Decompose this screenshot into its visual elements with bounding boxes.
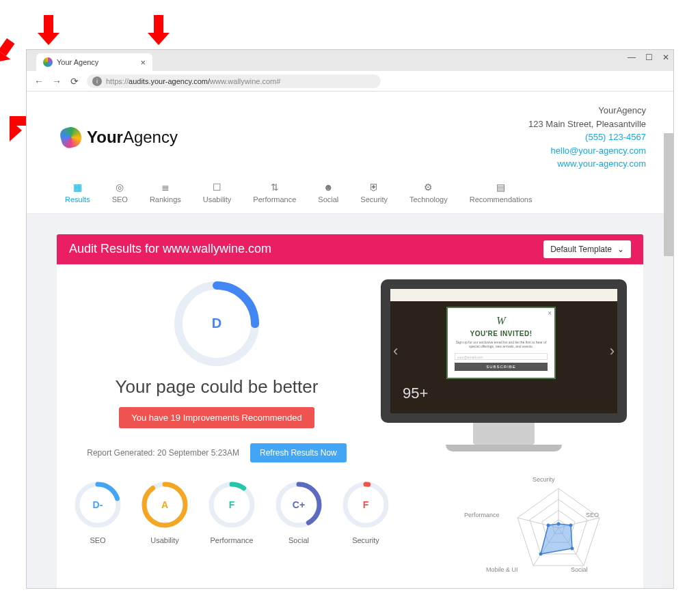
- radar-axis-label: Social: [571, 566, 588, 573]
- tab-label: Recommendations: [470, 195, 533, 204]
- rankings-icon: ≣: [160, 182, 171, 193]
- popup-body: Sign up for our exclusive email list and…: [455, 340, 548, 349]
- grade-ring: F: [207, 480, 256, 529]
- site-info-icon[interactable]: i: [92, 76, 102, 86]
- tab-seo[interactable]: ◎SEO: [112, 182, 128, 204]
- category-security: FSecurity: [341, 480, 390, 544]
- tab-rankings[interactable]: ≣Rankings: [150, 182, 181, 204]
- grade-letter: F: [341, 480, 390, 529]
- template-dropdown[interactable]: Default Template ⌄: [543, 240, 631, 258]
- score-headline: Your page could be better: [73, 376, 360, 398]
- seo-icon: ◎: [114, 182, 125, 193]
- address-bar[interactable]: i https://audits.your-agency.com/www.wal…: [87, 74, 381, 88]
- security-icon: ⛨: [368, 182, 379, 193]
- category-usability: AUsability: [140, 480, 189, 544]
- preview-popup: × W YOU'RE INVITED! Sign up for our excl…: [446, 307, 556, 379]
- carousel-next-icon: ›: [610, 342, 615, 360]
- tab-technology[interactable]: ⚙Technology: [409, 182, 448, 204]
- grade-ring: C+: [274, 480, 323, 529]
- agency-contact: YourAgency 123 Main Street, Pleasantvill…: [528, 104, 646, 171]
- category-label: Usability: [140, 536, 189, 544]
- tab-label: SEO: [112, 195, 128, 204]
- site-preview: ‹ › × W YOU'RE INVITED! Sign up for our …: [381, 279, 627, 462]
- overall-grade-ring: D: [172, 279, 261, 368]
- tab-recommendations[interactable]: ▤Recommendations: [470, 182, 533, 204]
- agency-email[interactable]: hello@your-agency.com: [528, 144, 646, 158]
- svg-point-24: [571, 546, 574, 550]
- tab-close-icon[interactable]: ×: [140, 57, 146, 68]
- tab-usability[interactable]: ☐Usability: [203, 182, 232, 204]
- audit-title: Audit Results for www.wallywine.com: [69, 242, 271, 256]
- agency-logo[interactable]: YourAgency: [61, 104, 178, 171]
- reload-icon[interactable]: ⟳: [69, 76, 80, 87]
- radar-chart: Security SEO Social Mobile & UI Performa…: [490, 480, 627, 576]
- svg-point-25: [539, 552, 543, 555]
- radar-axis-label: Security: [533, 476, 555, 483]
- forward-icon[interactable]: →: [51, 76, 62, 87]
- agency-name: YourAgency: [528, 104, 646, 117]
- svg-point-23: [569, 523, 573, 527]
- radar-axis-label: SEO: [586, 512, 599, 518]
- tab-security[interactable]: ⛨Security: [360, 182, 388, 204]
- recommendations-icon: ▤: [496, 182, 507, 193]
- category-label: Security: [341, 536, 390, 544]
- category-label: Performance: [207, 536, 256, 544]
- category-label: Social: [274, 536, 323, 544]
- grade-letter: C+: [274, 480, 323, 529]
- social-icon: ☻: [323, 182, 334, 193]
- browser-tab[interactable]: Your Agency ×: [36, 53, 152, 71]
- audit-banner: Audit Results for www.wallywine.com Defa…: [57, 234, 643, 264]
- url-text: https://audits.your-agency.com/www.wally…: [106, 77, 280, 85]
- browser-tab-strip: Your Agency × — ☐ ✕: [27, 50, 673, 71]
- popup-email-input: your@email.com: [455, 353, 548, 360]
- radar-axis-label: Performance: [464, 512, 500, 518]
- report-generated: Report Generated: 20 September 5:23AM: [87, 448, 239, 458]
- radar-axis-label: Mobile & UI: [486, 566, 518, 573]
- tab-results[interactable]: ▦Results: [65, 182, 90, 204]
- popup-subscribe-button: SUBSCRIBE: [455, 363, 548, 371]
- template-selected: Default Template: [550, 245, 612, 254]
- tab-label: Technology: [409, 195, 448, 204]
- back-icon[interactable]: ←: [33, 76, 44, 87]
- overall-grade: D: [172, 279, 261, 368]
- results-icon: ▦: [72, 182, 83, 193]
- tab-social[interactable]: ☻Social: [318, 182, 338, 204]
- browser-toolbar: ← → ⟳ i https://audits.your-agency.com/w…: [27, 71, 673, 92]
- tab-performance[interactable]: ⇅Performance: [253, 182, 296, 204]
- grade-ring: F: [341, 480, 390, 529]
- svg-point-22: [557, 522, 561, 525]
- tab-label: Results: [65, 195, 90, 204]
- performance-icon: ⇅: [269, 182, 280, 193]
- tab-label: Performance: [253, 195, 296, 204]
- scrollbar-thumb[interactable]: [664, 133, 673, 256]
- tab-label: Rankings: [150, 195, 181, 204]
- refresh-button[interactable]: Refresh Results Now: [250, 443, 347, 462]
- tab-label: Security: [360, 195, 388, 204]
- window-close-icon[interactable]: ✕: [662, 53, 669, 62]
- category-seo: D-SEO: [73, 480, 122, 544]
- svg-marker-21: [541, 524, 572, 554]
- tab-label: Social: [318, 195, 338, 204]
- window-maximize-icon[interactable]: ☐: [645, 53, 653, 62]
- popup-title: YOU'RE INVITED!: [455, 330, 548, 337]
- grade-letter: D-: [73, 480, 122, 529]
- category-performance: FPerformance: [207, 480, 256, 544]
- agency-website[interactable]: www.your-agency.com: [528, 157, 646, 171]
- technology-icon: ⚙: [423, 182, 434, 193]
- scrollbar[interactable]: [664, 133, 673, 588]
- grade-letter: F: [207, 480, 256, 529]
- window-minimize-icon[interactable]: —: [628, 53, 636, 62]
- improvements-badge[interactable]: You have 19 Improvements Recommended: [119, 407, 314, 428]
- popup-close-icon: ×: [548, 309, 552, 317]
- grade-ring: A: [140, 480, 189, 529]
- carousel-prev-icon: ‹: [393, 342, 398, 360]
- agency-phone[interactable]: (555) 123-4567: [528, 130, 646, 144]
- svg-point-26: [547, 523, 550, 527]
- agency-address: 123 Main Street, Pleasantville: [528, 117, 646, 131]
- browser-window: Your Agency × — ☐ ✕ ← → ⟳ i https://audi…: [26, 49, 674, 589]
- category-social: C+Social: [274, 480, 323, 544]
- tab-label: Usability: [203, 195, 232, 204]
- grade-letter: A: [140, 480, 189, 529]
- category-label: SEO: [73, 536, 122, 544]
- favicon: [43, 57, 53, 67]
